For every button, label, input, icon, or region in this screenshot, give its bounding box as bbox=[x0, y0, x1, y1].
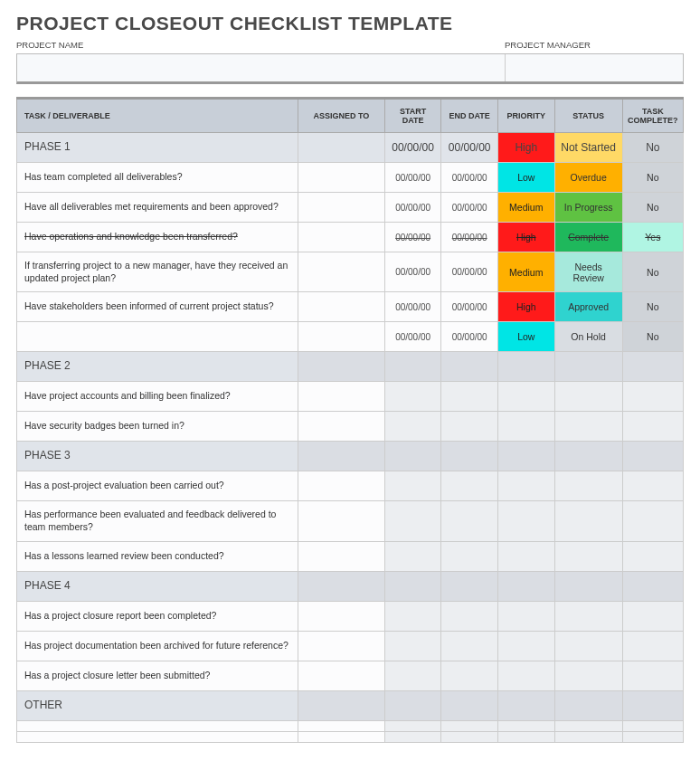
status-cell[interactable]: Overdue bbox=[554, 163, 622, 193]
priority-cell[interactable] bbox=[497, 720, 554, 731]
end-date-cell[interactable] bbox=[441, 720, 498, 731]
end-date-cell[interactable] bbox=[441, 731, 498, 742]
start-date-cell[interactable] bbox=[384, 442, 441, 471]
status-cell[interactable] bbox=[554, 690, 622, 720]
assigned-cell[interactable] bbox=[298, 690, 384, 720]
complete-cell[interactable] bbox=[622, 661, 683, 690]
assigned-cell[interactable] bbox=[298, 382, 384, 412]
end-date-cell[interactable] bbox=[441, 690, 498, 720]
priority-cell[interactable]: High bbox=[497, 133, 554, 163]
assigned-cell[interactable] bbox=[298, 442, 384, 471]
start-date-cell[interactable] bbox=[384, 412, 441, 442]
end-date-cell[interactable]: 00/00/00 bbox=[441, 163, 498, 193]
end-date-cell[interactable] bbox=[441, 541, 498, 571]
task-cell[interactable]: Has project documentation been archived … bbox=[17, 631, 298, 661]
complete-cell[interactable]: No bbox=[622, 193, 683, 223]
status-cell[interactable]: Needs Review bbox=[554, 252, 622, 292]
task-cell[interactable]: Have project accounts and billing been f… bbox=[17, 382, 298, 412]
task-cell[interactable]: Has a post-project evaluation been carri… bbox=[17, 471, 298, 501]
task-cell[interactable] bbox=[17, 731, 298, 742]
complete-cell[interactable] bbox=[622, 412, 683, 442]
assigned-cell[interactable] bbox=[298, 501, 384, 541]
priority-cell[interactable]: High bbox=[497, 223, 554, 252]
status-cell[interactable] bbox=[554, 382, 622, 412]
priority-cell[interactable] bbox=[497, 571, 554, 601]
task-cell[interactable]: Have operations and knowledge been trans… bbox=[17, 223, 298, 252]
start-date-cell[interactable] bbox=[384, 690, 441, 720]
assigned-cell[interactable] bbox=[298, 252, 384, 292]
task-cell[interactable]: Has a project closure report been comple… bbox=[17, 601, 298, 631]
end-date-cell[interactable] bbox=[441, 352, 498, 382]
task-cell[interactable]: OTHER bbox=[17, 690, 298, 720]
assigned-cell[interactable] bbox=[298, 471, 384, 501]
end-date-cell[interactable]: 00/00/00 bbox=[441, 133, 498, 163]
priority-cell[interactable] bbox=[497, 471, 554, 501]
assigned-cell[interactable] bbox=[298, 193, 384, 223]
complete-cell[interactable] bbox=[622, 731, 683, 742]
complete-cell[interactable] bbox=[622, 442, 683, 471]
task-cell[interactable] bbox=[17, 720, 298, 731]
status-cell[interactable]: Approved bbox=[554, 292, 622, 322]
status-cell[interactable] bbox=[554, 541, 622, 571]
status-cell[interactable] bbox=[554, 501, 622, 541]
start-date-cell[interactable] bbox=[384, 352, 441, 382]
priority-cell[interactable] bbox=[497, 501, 554, 541]
complete-cell[interactable]: No bbox=[622, 163, 683, 193]
start-date-cell[interactable] bbox=[384, 631, 441, 661]
start-date-cell[interactable]: 00/00/00 bbox=[384, 223, 441, 252]
task-cell[interactable] bbox=[17, 322, 298, 352]
status-cell[interactable] bbox=[554, 720, 622, 731]
project-manager-input[interactable] bbox=[506, 54, 683, 81]
end-date-cell[interactable] bbox=[441, 442, 498, 471]
assigned-cell[interactable] bbox=[298, 133, 384, 163]
complete-cell[interactable] bbox=[622, 352, 683, 382]
complete-cell[interactable]: No bbox=[622, 322, 683, 352]
task-cell[interactable]: Has a project closure letter been submit… bbox=[17, 661, 298, 690]
complete-cell[interactable] bbox=[622, 571, 683, 601]
end-date-cell[interactable]: 00/00/00 bbox=[441, 322, 498, 352]
complete-cell[interactable] bbox=[622, 382, 683, 412]
end-date-cell[interactable] bbox=[441, 571, 498, 601]
assigned-cell[interactable] bbox=[298, 661, 384, 690]
priority-cell[interactable]: Low bbox=[497, 163, 554, 193]
task-cell[interactable]: Has performance been evaluated and feedb… bbox=[17, 501, 298, 541]
start-date-cell[interactable]: 00/00/00 bbox=[384, 322, 441, 352]
priority-cell[interactable] bbox=[497, 661, 554, 690]
complete-cell[interactable]: No bbox=[622, 133, 683, 163]
complete-cell[interactable] bbox=[622, 541, 683, 571]
assigned-cell[interactable] bbox=[298, 571, 384, 601]
start-date-cell[interactable] bbox=[384, 661, 441, 690]
end-date-cell[interactable]: 00/00/00 bbox=[441, 193, 498, 223]
priority-cell[interactable] bbox=[497, 541, 554, 571]
assigned-cell[interactable] bbox=[298, 223, 384, 252]
start-date-cell[interactable] bbox=[384, 471, 441, 501]
complete-cell[interactable] bbox=[622, 720, 683, 731]
status-cell[interactable]: On Hold bbox=[554, 322, 622, 352]
status-cell[interactable] bbox=[554, 471, 622, 501]
task-cell[interactable]: PHASE 2 bbox=[17, 352, 298, 382]
assigned-cell[interactable] bbox=[298, 412, 384, 442]
status-cell[interactable] bbox=[554, 661, 622, 690]
end-date-cell[interactable] bbox=[441, 601, 498, 631]
priority-cell[interactable] bbox=[497, 382, 554, 412]
task-cell[interactable]: PHASE 1 bbox=[17, 133, 298, 163]
priority-cell[interactable] bbox=[497, 631, 554, 661]
start-date-cell[interactable] bbox=[384, 571, 441, 601]
complete-cell[interactable]: No bbox=[622, 252, 683, 292]
start-date-cell[interactable] bbox=[384, 601, 441, 631]
task-cell[interactable]: Have all deliverables met requirements a… bbox=[17, 193, 298, 223]
task-cell[interactable]: Have security badges been turned in? bbox=[17, 412, 298, 442]
complete-cell[interactable]: No bbox=[622, 292, 683, 322]
project-name-input[interactable] bbox=[17, 54, 506, 81]
status-cell[interactable] bbox=[554, 731, 622, 742]
start-date-cell[interactable]: 00/00/00 bbox=[384, 252, 441, 292]
complete-cell[interactable] bbox=[622, 501, 683, 541]
priority-cell[interactable]: High bbox=[497, 292, 554, 322]
start-date-cell[interactable]: 00/00/00 bbox=[384, 193, 441, 223]
status-cell[interactable]: In Progress bbox=[554, 193, 622, 223]
assigned-cell[interactable] bbox=[298, 631, 384, 661]
complete-cell[interactable] bbox=[622, 471, 683, 501]
start-date-cell[interactable] bbox=[384, 731, 441, 742]
priority-cell[interactable]: Medium bbox=[497, 252, 554, 292]
end-date-cell[interactable]: 00/00/00 bbox=[441, 292, 498, 322]
